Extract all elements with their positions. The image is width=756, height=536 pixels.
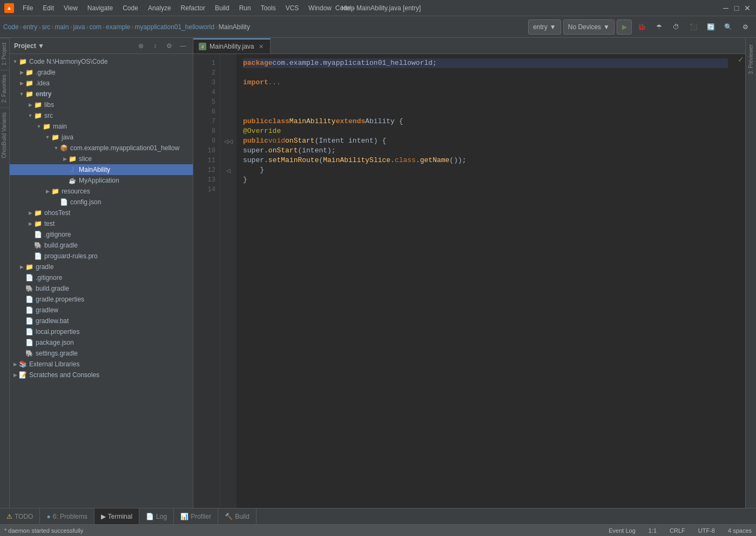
toggle-code-root[interactable]: ▼ — [12, 58, 18, 65]
menu-vcs[interactable]: VCS — [281, 3, 303, 13]
tree-item-test[interactable]: ▶ 📁 test — [10, 218, 193, 229]
breadcrumb-entry[interactable]: entry — [23, 23, 38, 31]
bottom-tab-log[interactable]: 📄 Log — [139, 508, 174, 524]
sort-panel-icon[interactable]: ↕ — [150, 41, 160, 51]
tree-item-gradlew-bat[interactable]: 📄 gradlew.bat — [10, 316, 193, 326]
fold-btn-9[interactable]: ◁ — [224, 138, 228, 144]
toggle-gradle-dot[interactable]: ▶ — [18, 69, 25, 76]
tree-item-scratches[interactable]: ▶ 📝 Scratches and Consoles — [10, 370, 193, 380]
event-log-link[interactable]: Event Log — [609, 527, 636, 534]
toggle-com-pkg[interactable]: ▼ — [53, 145, 59, 151]
breadcrumb-pkg[interactable]: myapplication01_helloworld — [134, 23, 214, 31]
bottom-tab-terminal[interactable]: ▶ Terminal — [94, 508, 139, 524]
line-ending[interactable]: CRLF — [670, 527, 685, 534]
toggle-external-libs[interactable]: ▶ — [12, 361, 18, 367]
bottom-tab-build[interactable]: 🔨 Build — [218, 508, 256, 524]
tree-item-com-pkg[interactable]: ▼ 📦 com.example.myapplication01_hellow — [10, 143, 193, 153]
breadcrumb-code[interactable]: Code — [3, 23, 19, 31]
toggle-java[interactable]: ▼ — [44, 134, 51, 140]
tree-item-gradle-dot[interactable]: ▶ 📁 .gradle — [10, 67, 193, 78]
tree-item-external-libs[interactable]: ▶ 📚 External Libraries — [10, 359, 193, 370]
tree-item-ohostest[interactable]: ▶ 📁 ohosTest — [10, 207, 193, 218]
minimize-button[interactable]: ─ — [721, 4, 730, 12]
toggle-scratches[interactable]: ▶ — [12, 372, 18, 378]
sync-button[interactable]: 🔄 — [703, 19, 718, 35]
indent-settings[interactable]: 4 spaces — [728, 527, 752, 534]
editor-tab-mainability[interactable]: J MainAbility.java ✕ — [193, 38, 271, 53]
breadcrumb-main[interactable]: main — [55, 23, 69, 31]
menu-view[interactable]: View — [59, 3, 82, 13]
menu-build[interactable]: Build — [211, 3, 234, 13]
toggle-entry[interactable]: ▼ — [18, 91, 25, 97]
encoding[interactable]: UTF-8 — [698, 527, 715, 534]
tree-item-entry[interactable]: ▼ 📁 entry — [10, 89, 193, 99]
tree-item-src[interactable]: ▼ 📁 src — [10, 110, 193, 121]
tree-item-main[interactable]: ▼ 📁 main — [10, 121, 193, 132]
breadcrumb-mainability[interactable]: MainAbility — [219, 23, 250, 31]
ohos-build-label[interactable]: OhosBuild Variants — [0, 108, 9, 163]
tree-item-java[interactable]: ▼ 📁 java — [10, 132, 193, 143]
breadcrumb-example[interactable]: example — [106, 23, 130, 31]
tree-item-idea[interactable]: ▶ 📁 .idea — [10, 78, 193, 89]
tree-item-proguard[interactable]: 📄 proguard-rules.pro — [10, 251, 193, 262]
tree-item-package-json[interactable]: 📄 package.json — [10, 337, 193, 348]
toggle-resources[interactable]: ▶ — [44, 188, 51, 195]
previewer-label[interactable]: 3: Previewer — [747, 40, 755, 79]
menu-run[interactable]: Run — [235, 3, 255, 13]
tree-item-gitignore-entry[interactable]: 📄 .gitignore — [10, 229, 193, 240]
toggle-src[interactable]: ▼ — [27, 112, 33, 119]
menu-refactor[interactable]: Refactor — [177, 3, 210, 13]
menu-code[interactable]: Code — [118, 3, 143, 13]
close-button[interactable]: ✕ — [743, 4, 752, 12]
menu-navigate[interactable]: Navigate — [83, 3, 117, 13]
sync-panel-icon[interactable]: ⊕ — [136, 41, 146, 51]
menu-file[interactable]: File — [18, 3, 37, 13]
tree-item-mainability[interactable]: J MainAbility — [10, 164, 193, 175]
toggle-slice[interactable]: ▶ — [62, 156, 68, 162]
menu-tools[interactable]: Tools — [256, 3, 280, 13]
tree-item-local-props[interactable]: 📄 local.properties — [10, 326, 193, 337]
tree-item-gitignore-root[interactable]: 📄 .gitignore — [10, 272, 193, 283]
favorites-label[interactable]: 2: Favorites — [0, 70, 9, 107]
settings-panel-icon[interactable]: ⚙ — [164, 41, 174, 51]
run-button[interactable]: ▶ — [617, 19, 632, 35]
stop-button[interactable]: ⬛ — [686, 19, 701, 35]
menu-edit[interactable]: Edit — [38, 3, 58, 13]
tree-item-gradle-props[interactable]: 📄 gradle.properties — [10, 294, 193, 305]
tree-item-build-gradle-entry[interactable]: 🐘 build.gradle — [10, 240, 193, 251]
breadcrumb-java[interactable]: java — [73, 23, 85, 31]
breadcrumb-src[interactable]: src — [42, 23, 50, 31]
tree-item-code-root[interactable]: ▼ 📁 Code N:\HarmonyOS\Code — [10, 56, 193, 67]
device-dropdown[interactable]: No Devices ▼ — [563, 19, 615, 35]
tree-item-gradle-dir[interactable]: ▶ 📁 gradle — [10, 262, 193, 272]
collapse-panel-icon[interactable]: — — [178, 41, 188, 51]
bottom-tab-todo[interactable]: ⚠ TODO — [0, 508, 40, 524]
menu-analyze[interactable]: Analyze — [144, 3, 176, 13]
tree-item-libs[interactable]: ▶ 📁 libs — [10, 99, 193, 110]
menu-window[interactable]: Window — [304, 3, 336, 13]
toggle-idea[interactable]: ▶ — [18, 80, 25, 86]
code-content[interactable]: package com.example.myapplication01_hell… — [237, 54, 734, 508]
toggle-main[interactable]: ▼ — [36, 123, 42, 130]
tree-item-resources[interactable]: ▶ 📁 resources — [10, 186, 193, 197]
tab-close-mainability[interactable]: ✕ — [257, 43, 265, 50]
profile-button[interactable]: ⏱ — [669, 19, 684, 35]
maximize-button[interactable]: □ — [732, 4, 741, 12]
project-panel-label[interactable]: 1: Project — [0, 38, 9, 70]
breadcrumb-com[interactable]: com — [89, 23, 102, 31]
tree-item-slice[interactable]: ▶ 📁 slice — [10, 153, 193, 164]
coverage-button[interactable]: ☂ — [651, 19, 666, 35]
toggle-libs[interactable]: ▶ — [27, 102, 33, 108]
settings-button[interactable]: ⚙ — [738, 19, 753, 35]
tree-item-settings-gradle[interactable]: 🐘 settings.gradle — [10, 348, 193, 359]
tree-item-gradlew[interactable]: 📄 gradlew — [10, 305, 193, 316]
entry-dropdown[interactable]: entry ▼ — [528, 19, 561, 35]
search-button[interactable]: 🔍 — [720, 19, 735, 35]
toggle-ohostest[interactable]: ▶ — [27, 210, 33, 216]
tree-item-myapplication[interactable]: ☕ MyApplication — [10, 175, 193, 186]
bottom-tab-problems[interactable]: ● 6: Problems — [40, 508, 94, 524]
toggle-gradle-dir[interactable]: ▶ — [18, 264, 25, 270]
bottom-tab-profiler[interactable]: 📊 Profiler — [174, 508, 218, 524]
tree-item-configjson[interactable]: 📄 config.json — [10, 197, 193, 207]
debug-button[interactable]: 🐞 — [634, 19, 649, 35]
